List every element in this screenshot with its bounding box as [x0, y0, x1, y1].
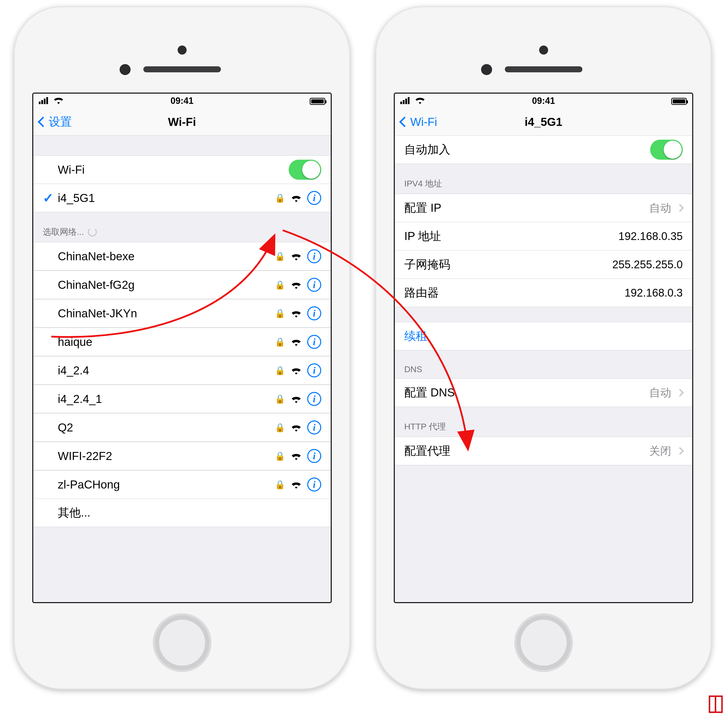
wifi-status-icon [53, 96, 64, 104]
chevron-right-icon [676, 204, 684, 212]
ip-address-label: IP 地址 [404, 228, 618, 244]
configure-ip-row[interactable]: 配置 IP 自动 [395, 194, 692, 222]
http-proxy-header: HTTP 代理 [395, 407, 692, 437]
info-icon[interactable]: i [307, 421, 321, 435]
wifi-toggle[interactable] [289, 160, 321, 180]
network-name: WIFI-22F2 [58, 449, 275, 463]
watermark: 华夏热点网 [708, 695, 723, 716]
lock-icon: 🔒 [275, 193, 285, 203]
lock-icon: 🔒 [275, 337, 285, 347]
info-icon[interactable]: i [307, 449, 321, 463]
network-name: haique [58, 335, 275, 349]
connected-network-name: i4_5G1 [58, 191, 275, 205]
other-network-row[interactable]: 其他... [33, 499, 331, 527]
wifi-signal-icon [291, 395, 302, 403]
dns-header: DNS [395, 351, 692, 379]
wifi-toggle-row[interactable]: Wi-Fi [33, 155, 331, 184]
back-button[interactable]: 设置 [33, 114, 72, 130]
wifi-signal-icon [291, 252, 302, 260]
back-label: 设置 [49, 114, 72, 130]
router-value: 192.168.0.3 [625, 286, 683, 299]
choose-network-label: 选取网络... [43, 226, 84, 238]
network-row[interactable]: ChinaNet-bexe🔒i [33, 242, 331, 271]
ip-address-value: 192.168.0.35 [618, 230, 683, 242]
back-button[interactable]: Wi-Fi [395, 115, 437, 129]
battery-icon [310, 98, 325, 105]
auto-join-label: 自动加入 [404, 142, 650, 158]
network-row[interactable]: haique🔒i [33, 328, 331, 356]
info-icon[interactable]: i [307, 335, 321, 349]
network-name: ChinaNet-bexe [58, 250, 275, 263]
network-row[interactable]: ChinaNet-JKYn🔒i [33, 299, 331, 328]
info-icon[interactable]: i [307, 278, 321, 292]
network-row[interactable]: ChinaNet-fG2g🔒i [33, 271, 331, 299]
chevron-right-icon [676, 447, 684, 455]
lock-icon: 🔒 [275, 280, 285, 290]
configure-proxy-value: 关闭 [649, 444, 671, 458]
info-icon[interactable]: i [307, 392, 321, 406]
network-name: ChinaNet-JKYn [58, 306, 275, 320]
wifi-signal-icon [291, 423, 302, 432]
loading-spinner-icon [88, 228, 97, 236]
chevron-left-icon [399, 116, 410, 127]
earpiece [14, 35, 350, 90]
choose-network-header: 选取网络... [33, 212, 331, 242]
lock-icon: 🔒 [275, 251, 285, 261]
configure-dns-row[interactable]: 配置 DNS 自动 [395, 378, 692, 407]
network-name: i4_2.4_1 [58, 392, 275, 406]
info-icon[interactable]: i [307, 249, 321, 263]
screen-wifi-list: 09:41 设置 Wi-Fi Wi-Fi ✓ i4_5G1 � [32, 93, 332, 603]
router-label: 路由器 [404, 285, 625, 300]
network-row[interactable]: WIFI-22F2🔒i [33, 442, 331, 470]
page-title: Wi-Fi [33, 115, 331, 129]
status-bar: 09:41 [395, 93, 692, 108]
network-row[interactable]: i4_2.4🔒i [33, 356, 331, 385]
wifi-signal-icon [291, 194, 302, 202]
checkmark-icon: ✓ [43, 190, 58, 205]
navbar: 设置 Wi-Fi [33, 108, 331, 136]
earpiece [375, 35, 712, 90]
connected-network-row[interactable]: ✓ i4_5G1 🔒 i [33, 184, 331, 212]
network-name: i4_2.4 [58, 364, 275, 377]
auto-join-toggle[interactable] [650, 140, 683, 160]
wifi-status-icon [414, 96, 425, 104]
wifi-signal-icon [291, 280, 302, 289]
chevron-left-icon [38, 116, 48, 127]
watermark-logo-icon [709, 695, 723, 713]
wifi-signal-icon [291, 366, 302, 375]
status-time: 09:41 [33, 96, 331, 106]
subnet-mask-value: 255.255.255.0 [612, 258, 683, 271]
renew-lease-label: 续租 [404, 328, 683, 344]
configure-dns-label: 配置 DNS [404, 385, 649, 400]
info-icon[interactable]: i [307, 478, 321, 491]
chevron-right-icon [676, 389, 684, 396]
status-time: 09:41 [395, 96, 692, 106]
configure-proxy-row[interactable]: 配置代理 关闭 [395, 437, 692, 465]
home-button[interactable] [153, 613, 211, 672]
configure-proxy-label: 配置代理 [404, 443, 649, 459]
network-name: zl-PaCHong [58, 478, 275, 491]
subnet-mask-row: 子网掩码 255.255.255.0 [395, 250, 692, 279]
other-network-label: 其他... [58, 505, 321, 520]
subnet-mask-label: 子网掩码 [404, 257, 612, 272]
home-button[interactable] [514, 613, 573, 672]
network-row[interactable]: Q2🔒i [33, 413, 331, 442]
configure-dns-value: 自动 [649, 386, 671, 400]
network-row[interactable]: i4_2.4_1🔒i [33, 385, 331, 413]
screen-wifi-detail: 09:41 Wi-Fi i4_5G1 自动加入 IPV4 地址 配置 IP 自动 [394, 93, 693, 603]
configure-ip-value: 自动 [649, 201, 671, 216]
wifi-signal-icon [291, 452, 302, 460]
lock-icon: 🔒 [275, 422, 285, 432]
ip-address-row: IP 地址 192.168.0.35 [395, 222, 692, 251]
network-row[interactable]: zl-PaCHong🔒i [33, 470, 331, 499]
cellular-icon [400, 97, 410, 104]
network-name: Q2 [58, 421, 275, 434]
renew-lease-row[interactable]: 续租 [395, 322, 692, 351]
info-icon[interactable]: i [307, 363, 321, 377]
auto-join-row[interactable]: 自动加入 [395, 135, 692, 164]
lock-icon: 🔒 [275, 451, 285, 461]
info-icon[interactable]: i [307, 191, 321, 205]
back-label: Wi-Fi [410, 115, 437, 129]
lock-icon: 🔒 [275, 365, 285, 375]
info-icon[interactable]: i [307, 306, 321, 320]
